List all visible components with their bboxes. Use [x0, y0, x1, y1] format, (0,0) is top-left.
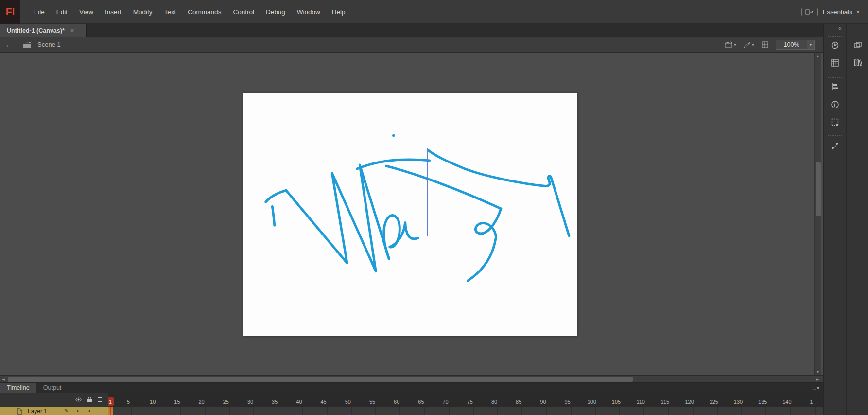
library-panel-icon[interactable] [852, 57, 863, 68]
edit-bar: ← Scene 1 ▾ ▾ 100% ▾ [0, 37, 823, 53]
menu-text[interactable]: Text [158, 0, 182, 24]
tab-output[interactable]: Output [36, 383, 69, 393]
panel-menu-icon[interactable]: ≡ ▾ [812, 383, 819, 393]
edit-scene-button[interactable]: ▾ [725, 41, 736, 48]
scroll-right-icon[interactable]: ▶ [814, 376, 821, 383]
close-icon[interactable]: × [70, 27, 74, 34]
timeline-header: 1 51015202530354045505560657075808590951… [0, 393, 823, 407]
frame-number: 60 [394, 399, 399, 405]
eye-icon[interactable] [75, 397, 82, 402]
panel-group-grip [828, 36, 842, 37]
frames-grid[interactable] [108, 407, 823, 415]
motion-presets-panel-icon[interactable] [830, 141, 840, 151]
scroll-up-icon[interactable]: ▲ [815, 53, 821, 59]
horizontal-scrollbar[interactable]: ◀ ▶ [0, 375, 823, 382]
layer-page-icon [17, 408, 23, 415]
frame-number: 125 [710, 399, 718, 405]
frame-number: 45 [320, 399, 326, 405]
lock-icon[interactable] [87, 397, 92, 403]
scene-breadcrumb: Scene 1 [37, 41, 61, 48]
menu-view[interactable]: View [73, 0, 99, 24]
timeline-ruler[interactable]: 1 51015202530354045505560657075808590951… [108, 393, 823, 407]
zoom-control[interactable]: 100% ▾ [776, 40, 815, 50]
vertical-scroll-thumb[interactable] [816, 162, 821, 216]
playhead-line[interactable] [110, 407, 111, 415]
timeline-tab-bar: Timeline Output ≡ ▾ [0, 383, 823, 393]
outline-view-icon[interactable] [97, 397, 103, 402]
flash-logo: Fl [0, 0, 20, 24]
menu-modify[interactable]: Modify [127, 0, 158, 24]
frame-number: 55 [369, 399, 375, 405]
menu-control[interactable]: Control [227, 0, 260, 24]
timeline-panel: Timeline Output ≡ ▾ 1 510152025 [0, 382, 823, 415]
center-frame-button[interactable] [761, 41, 769, 49]
frame-number: 140 [782, 399, 791, 405]
frame-number: 100 [588, 399, 596, 405]
selection-rectangle[interactable] [427, 148, 570, 236]
color-panel-icon[interactable] [830, 40, 840, 51]
timeline-layers: Layer 1 ✎ • • [0, 407, 823, 415]
transform-panel-icon[interactable] [830, 117, 840, 127]
stage-canvas[interactable] [243, 93, 577, 336]
workspace-label: Essentials [822, 8, 852, 16]
clapboard-icon [23, 41, 32, 48]
frame-number: 15 [174, 399, 180, 405]
edit-bar-controls: ▾ ▾ 100% ▾ [725, 40, 815, 50]
frame-number: 65 [418, 399, 424, 405]
tab-timeline[interactable]: Timeline [0, 383, 36, 393]
panel-group-grip [828, 135, 842, 136]
dock-column-inner [824, 24, 846, 415]
document-tab[interactable]: Untitled-1 (Canvas)* × [0, 24, 87, 37]
brush-stroke[interactable] [286, 165, 389, 271]
frame-number: 20 [198, 399, 204, 405]
frame-number: 50 [345, 399, 351, 405]
workspace-switcher[interactable]: Essentials ▾ [801, 8, 859, 16]
menu-file[interactable]: File [28, 0, 51, 24]
chevron-down-icon[interactable]: ▾ [807, 40, 814, 49]
layer-row[interactable]: Layer 1 ✎ • • [0, 407, 108, 415]
frame-number: 25 [223, 399, 229, 405]
brush-stroke[interactable] [272, 206, 275, 225]
frame-number: 110 [636, 399, 645, 405]
frame-number: 135 [758, 399, 767, 405]
menu-help[interactable]: Help [326, 0, 351, 24]
frame-number: 10 [150, 399, 156, 405]
document-tab-title: Untitled-1 (Canvas)* [7, 27, 65, 34]
align-panel-icon[interactable] [830, 81, 840, 92]
swatches-panel-icon[interactable] [830, 57, 840, 68]
visibility-dot-icon[interactable]: • [77, 408, 79, 414]
back-arrow-icon[interactable]: ← [5, 40, 13, 49]
info-panel-icon[interactable] [830, 99, 840, 110]
menu-insert[interactable]: Insert [99, 0, 127, 24]
frame-number: 30 [247, 399, 253, 405]
scroll-down-icon[interactable]: ▼ [815, 368, 821, 375]
frame-number: 1 [810, 399, 813, 405]
frame-number: 40 [296, 399, 302, 405]
layer-name[interactable]: Layer 1 [28, 408, 47, 415]
lock-dot-icon[interactable]: • [88, 408, 90, 414]
playhead-marker[interactable]: 1 [108, 397, 114, 406]
menu-items: FileEditViewInsertModifyTextCommandsCont… [28, 0, 351, 24]
vertical-scrollbar[interactable]: ▲ ▼ [814, 53, 821, 375]
chevron-down-icon: ▾ [857, 9, 859, 15]
frame-number: 115 [661, 399, 670, 405]
zoom-value: 100% [776, 41, 807, 48]
horizontal-scroll-thumb[interactable] [8, 377, 633, 382]
menu-edit[interactable]: Edit [51, 0, 73, 24]
menu-debug[interactable]: Debug [260, 0, 291, 24]
properties-panel-icon[interactable] [852, 40, 863, 51]
brush-dot[interactable] [392, 134, 395, 137]
chevron-down-icon: ▾ [734, 42, 736, 47]
menu-commands[interactable]: Commands [182, 0, 227, 24]
brush-stroke[interactable] [384, 216, 418, 259]
brush-stroke[interactable] [266, 190, 286, 202]
panel-group-grip [828, 77, 842, 78]
frame-number: 90 [540, 399, 546, 405]
workspace-icon [801, 8, 818, 16]
pasteboard[interactable] [0, 53, 823, 375]
scroll-left-icon[interactable]: ◀ [0, 376, 7, 383]
chevron-down-icon: ▾ [817, 385, 819, 391]
menu-window[interactable]: Window [291, 0, 326, 24]
frame-number: 85 [516, 399, 521, 405]
edit-symbols-button[interactable]: ▾ [743, 41, 754, 48]
